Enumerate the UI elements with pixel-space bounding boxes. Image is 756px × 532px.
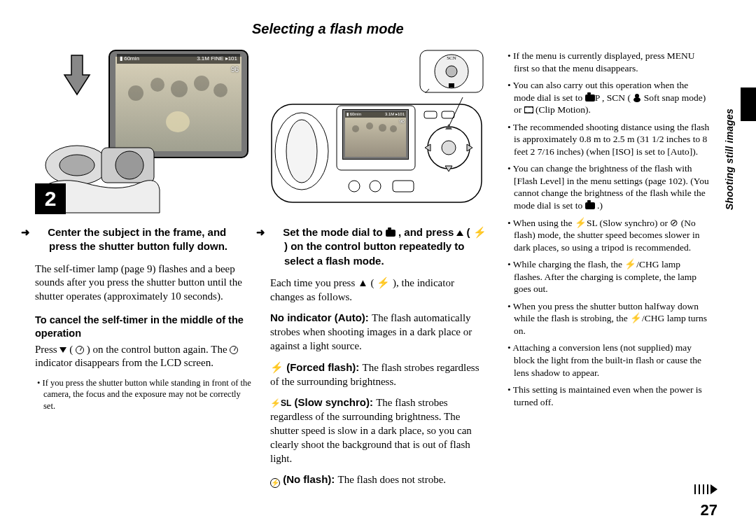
svg-point-15 [349,181,360,192]
overlay-quality: 3.1M FINE ▸101 [197,55,237,63]
svg-rect-17 [393,181,414,192]
continued-icon [694,483,718,498]
cancel-heading: To cancel the self-timer in the middle o… [35,314,252,340]
svg-point-3 [115,151,144,179]
note-selftimer: If you press the shutter button while st… [35,377,252,412]
mode-dial-callout: SCN [419,50,484,93]
note-persist: This setting is maintained even when the… [505,384,710,408]
clip-motion-icon [524,106,533,113]
soft-snap-icon [633,94,641,102]
column-2: SCN [270,50,487,495]
column-3-notes: If the menu is currently displayed, pres… [505,50,710,495]
figure-step-2: ▮ 60min 3.1M FINE ▸101 96 [35,50,248,214]
svg-rect-8 [449,83,454,88]
selftimer-description: The self-timer lamp (page 9) flashes and… [35,262,252,304]
camera-mode-icon [386,230,396,237]
lcd-thumbnail: ▮ 60min 3.1M ▸101 96 [342,109,409,160]
svg-rect-19 [442,111,454,118]
up-triangle-icon [456,230,463,236]
column-1: ▮ 60min 3.1M FINE ▸101 96 [35,50,252,495]
svg-rect-18 [424,111,437,118]
cancel-body: Press ( ) on the control button again. T… [35,343,252,371]
slow-synchro-icon: ⚡SL [270,398,291,408]
overlay-count: 96 [231,65,239,74]
note-distance: The recommended shooting distance using … [505,121,710,158]
side-tab [741,88,756,121]
note-menu: If the menu is currently displayed, pres… [505,50,710,74]
flash-mode-auto: No indicator (Auto): The flash automatic… [270,311,487,353]
flash-mode-forced: ⚡ (Forced flash): The flash strobes rega… [270,360,487,389]
page-number: 27 [701,501,718,519]
instruction-2: ➜ Set the mode dial to , and press ( ⚡ )… [270,225,487,268]
figure-camera-back: SCN [270,50,484,214]
step-number-box: 2 [35,183,66,214]
flash-mode-no-flash: ⚡ (No flash): The flash does not strobe. [270,472,487,488]
svg-point-16 [370,181,381,192]
down-triangle-icon [59,347,66,353]
self-timer-icon [230,346,238,354]
camera-mode-icon [585,202,595,209]
note-conversion-lens: Attaching a conversion lens (not supplie… [505,342,710,379]
svg-point-1 [59,155,94,176]
overlay-battery: ▮ 60min [120,55,139,63]
no-flash-icon: ⚡ [270,478,280,488]
svg-point-6 [446,66,457,77]
page-heading: Selecting a flash mode [252,21,710,37]
svg-point-14 [442,141,456,155]
flash-icon: ⚡ [473,226,486,238]
note-flash-level: You can change the brightness of the fla… [505,162,710,211]
note-chg-lamp: While charging the flash, the ⚡/CHG lamp… [505,258,710,295]
note-halfpress: When you press the shutter button halfwa… [505,300,710,337]
press-down-arrow-icon [63,54,91,96]
svg-point-12 [286,120,317,183]
flash-cycle-intro: Each time you press ▲ ( ⚡ ), the indicat… [270,276,487,304]
camera-mode-icon [585,94,595,102]
self-timer-icon [76,346,84,354]
side-section-label: Shooting still images [724,108,735,210]
flash-mode-slow-synchro: ⚡SL (Slow synchro): The flash strobes re… [270,396,487,465]
flash-icon: ⚡ [270,362,284,373]
note-other-modes: You can also carry out this operation wh… [505,79,710,116]
instruction-1: ➜ Center the subject in the frame, and p… [35,225,252,254]
svg-text:SCN: SCN [447,55,456,61]
note-tripod: When using the ⚡SL (Slow synchro) or ⊘ (… [505,217,710,254]
